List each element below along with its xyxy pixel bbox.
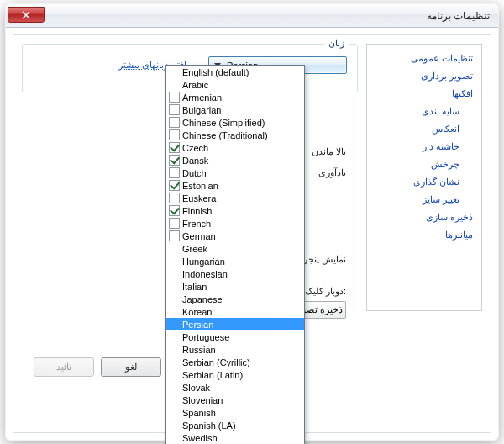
language-option-label: Slovenian [182, 395, 223, 405]
language-option-label: Portuguese [182, 332, 229, 342]
sidebar-item[interactable]: سایه بندی [374, 103, 475, 120]
language-option-label: Bulgarian [182, 105, 221, 115]
language-option-label: Indonesian [182, 269, 228, 279]
language-option-label: English (default) [182, 67, 249, 77]
sidebar: تنظیمات عمومیتصویر برداریافکتهاسایه بندی… [366, 44, 482, 311]
language-option[interactable]: Dutch [166, 166, 304, 179]
language-option[interactable]: Spanish [166, 406, 304, 419]
sidebar-item[interactable]: افکتها [374, 85, 475, 103]
checkbox-icon [169, 117, 180, 128]
sidebar-item[interactable]: نشان گذاری [374, 173, 475, 191]
checkbox-icon [169, 155, 180, 166]
language-option-label: Finnish [182, 206, 212, 216]
checkbox-icon [169, 104, 180, 115]
language-option[interactable]: Czech [166, 141, 304, 154]
language-option-label: Dansk [182, 156, 208, 166]
checkbox-icon [169, 142, 180, 153]
cancel-button[interactable]: لغو [101, 357, 161, 377]
checkbox-icon [169, 193, 180, 204]
language-option[interactable]: Korean [166, 305, 304, 318]
language-option[interactable]: German [166, 230, 304, 242]
language-option[interactable]: Armenian [166, 91, 304, 103]
language-option[interactable]: Swedish [166, 431, 304, 444]
language-option[interactable]: Dansk [166, 154, 304, 166]
language-option[interactable]: English (default) [166, 66, 304, 78]
sidebar-item[interactable]: چرخش [374, 156, 475, 173]
sidebar-item[interactable]: میانبرها [374, 226, 475, 244]
language-option-label: Hungarian [182, 256, 225, 267]
language-option-label: French [182, 219, 211, 229]
language-option-label: Russian [182, 345, 216, 355]
language-option[interactable]: Slovenian [166, 394, 304, 406]
language-option-label: Dutch [182, 168, 207, 178]
titlebar: تنظیمات برنامه [6, 4, 498, 28]
checkbox-icon [169, 230, 180, 241]
language-option-label: Armenian [182, 92, 222, 103]
language-option-label: Estonian [182, 181, 218, 191]
language-option[interactable]: Japanese [166, 293, 304, 305]
language-option[interactable]: Serbian (Latin) [166, 368, 304, 381]
language-option[interactable]: Greek [166, 242, 304, 255]
language-option[interactable]: Portuguese [166, 330, 304, 343]
checkbox-icon [169, 130, 180, 140]
sidebar-item[interactable]: انعکاس [374, 120, 475, 138]
language-option[interactable]: Chinese (Traditional) [166, 129, 304, 141]
language-dropdown-list[interactable]: English (default)ArabicArmenianBulgarian… [165, 65, 305, 444]
language-option-label: Persian [182, 320, 213, 330]
sidebar-item[interactable]: تصویر برداری [374, 67, 475, 85]
language-option[interactable]: Euskera [166, 192, 304, 204]
checkbox-icon [169, 205, 180, 216]
window-title: تنظیمات برنامه [427, 10, 490, 22]
language-option[interactable]: Indonesian [166, 267, 304, 280]
ok-button[interactable]: تائید [34, 357, 94, 377]
language-option[interactable]: Russian [166, 343, 304, 356]
language-option[interactable]: Spanish (LA) [166, 419, 304, 431]
sidebar-item[interactable]: تنظیمات عمومی [374, 50, 475, 67]
language-option[interactable]: Finnish [166, 204, 304, 217]
language-option-label: Slovak [182, 383, 210, 393]
language-option[interactable]: Serbian (Cyrillic) [166, 356, 304, 368]
language-option[interactable]: French [166, 217, 304, 230]
close-icon [22, 11, 30, 19]
close-button[interactable] [8, 7, 45, 23]
language-option-label: Greek [182, 244, 207, 254]
language-option[interactable]: Bulgarian [166, 103, 304, 116]
checkbox-icon [169, 180, 180, 191]
language-option-label: Spanish [182, 408, 216, 418]
checkbox-icon [169, 167, 180, 178]
language-option-label: Euskera [182, 193, 216, 204]
language-option[interactable]: Arabic [166, 78, 304, 91]
language-option[interactable]: Italian [166, 280, 304, 293]
language-legend: زبان [324, 38, 349, 49]
language-option[interactable]: Chinese (Simplified) [166, 116, 304, 129]
language-option[interactable]: Persian [166, 318, 304, 330]
language-option-label: Spanish (LA) [182, 420, 236, 431]
sidebar-item[interactable]: ذخیره سازی [374, 209, 475, 226]
language-option-label: Chinese (Simplified) [182, 118, 265, 128]
language-option-label: Korean [182, 307, 212, 317]
language-option-label: German [182, 231, 216, 241]
checkbox-icon [169, 218, 180, 229]
checkbox-icon [169, 92, 180, 103]
language-option[interactable]: Slovak [166, 381, 304, 394]
language-option-label: Arabic [182, 80, 208, 90]
dialog-buttons: تائید لغو [34, 357, 161, 377]
sidebar-item[interactable]: حاشیه دار [374, 138, 475, 156]
language-option[interactable]: Hungarian [166, 255, 304, 267]
language-option-label: Czech [182, 143, 208, 153]
language-option-label: Chinese (Traditional) [182, 130, 268, 140]
language-option-label: Swedish [182, 433, 218, 443]
language-option[interactable]: Estonian [166, 179, 304, 192]
language-option-label: Italian [182, 282, 207, 292]
language-option-label: Japanese [182, 294, 223, 304]
sidebar-item[interactable]: تغییر سایز [374, 191, 475, 209]
language-option-label: Serbian (Cyrillic) [182, 357, 250, 367]
language-option-label: Serbian (Latin) [182, 370, 243, 380]
